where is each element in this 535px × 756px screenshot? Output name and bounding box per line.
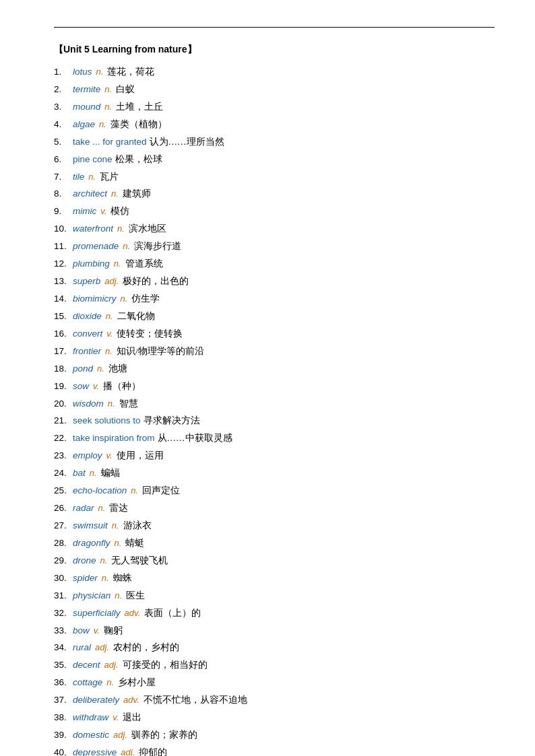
item-number: 9. [54, 205, 73, 219]
item-word: dioxide [73, 310, 102, 324]
item-meaning: 瓦片 [100, 170, 119, 184]
item-meaning: 抑郁的 [139, 746, 167, 756]
item-meaning: 仿生学 [131, 292, 160, 306]
item-pos: v. [106, 327, 113, 341]
list-item: 29.dronen.无人驾驶飞机 [54, 554, 495, 568]
list-item: 14.biomimicryn.仿生学 [54, 292, 495, 306]
list-item: 8.architectn.建筑师 [54, 187, 495, 201]
item-pos: n. [123, 240, 130, 253]
item-number: 2. [54, 83, 73, 97]
item-word: frontier [73, 345, 101, 359]
list-item: 26.radarn.雷达 [54, 502, 495, 516]
item-word: cottage [73, 676, 102, 690]
list-item: 4.algaen.藻类（植物） [54, 118, 495, 132]
item-meaning: 滨海步行道 [134, 240, 181, 254]
list-item: 12.plumbingn.管道系统 [54, 257, 495, 271]
item-pos: n. [98, 502, 106, 515]
item-pos: v. [94, 624, 100, 638]
item-word: rural [73, 641, 91, 655]
item-number: 10. [54, 222, 73, 236]
item-number: 6. [54, 153, 73, 167]
item-pos: n. [114, 257, 121, 271]
item-meaning: 白蚁 [116, 83, 135, 97]
item-pos: n. [90, 467, 97, 480]
item-word: lotus [73, 65, 92, 79]
item-word: radar [73, 502, 94, 516]
item-number: 30. [54, 572, 73, 586]
item-pos: n. [106, 310, 113, 323]
list-item: 32.superficiallyadv.表面（上）的 [54, 607, 495, 621]
item-phrase: take ... for granted [73, 135, 147, 149]
item-meaning: 知识/物理学等的前沿 [117, 345, 204, 359]
item-meaning: 藻类（植物） [111, 118, 167, 132]
item-pos: n. [100, 554, 108, 568]
item-word: spider [73, 572, 98, 586]
item-pos: v. [113, 711, 119, 724]
item-word: superb [73, 275, 100, 289]
item-number: 33. [54, 624, 73, 638]
item-meaning: 雷达 [109, 502, 128, 516]
item-number: 12. [54, 257, 73, 271]
item-word: bow [73, 624, 90, 638]
item-meaning: 认为……理所当然 [150, 135, 224, 149]
item-number: 28. [54, 537, 73, 551]
item-word: convert [73, 327, 102, 341]
list-item: 33.bowv.鞠躬 [54, 624, 495, 638]
item-number: 4. [54, 118, 73, 132]
item-pos: adj. [95, 641, 109, 654]
item-pos: n. [88, 170, 96, 184]
list-item: 25.echo-locationn.回声定位 [54, 484, 495, 498]
item-pos: n. [104, 83, 112, 96]
item-number: 15. [54, 310, 73, 324]
item-pos: v. [93, 380, 99, 393]
item-number: 39. [54, 728, 73, 743]
item-word: plumbing [73, 257, 110, 271]
item-pos: adj. [121, 746, 135, 756]
item-pos: n. [108, 397, 115, 411]
item-meaning: 蝙蝠 [101, 467, 120, 481]
item-pos: n. [102, 572, 109, 585]
item-word: mound [73, 100, 100, 114]
item-meaning: 管道系统 [125, 257, 163, 271]
item-pos: n. [106, 676, 114, 689]
item-meaning: 农村的，乡村的 [113, 641, 179, 655]
item-number: 34. [54, 641, 73, 655]
item-word: wisdom [73, 397, 104, 411]
item-word: algae [73, 118, 95, 132]
item-number: 32. [54, 607, 73, 621]
item-meaning: 表面（上）的 [144, 607, 201, 621]
item-word: physician [73, 589, 111, 603]
list-item: 27.swimsuitn.游泳衣 [54, 519, 495, 533]
list-item: 35.decentadj.可接受的，相当好的 [54, 658, 495, 673]
item-meaning: 游泳衣 [123, 519, 152, 533]
item-meaning: 土堆，土丘 [116, 100, 163, 114]
item-number: 29. [54, 554, 73, 568]
item-number: 17. [54, 345, 73, 359]
item-meaning: 智慧 [119, 397, 138, 411]
list-item: 9.mimicv.模仿 [54, 205, 495, 219]
item-meaning: 极好的，出色的 [123, 275, 189, 289]
item-pos: n. [115, 589, 122, 603]
item-meaning: 莲花，荷花 [107, 65, 154, 79]
item-pos: n. [105, 345, 113, 358]
list-item: 40.depressiveadj.抑郁的 [54, 746, 495, 756]
item-pos: n. [97, 362, 104, 376]
vocabulary-list: 1.lotusn.莲花，荷花2.termiten.白蚁3.moundn.土堆，土… [54, 65, 495, 756]
item-number: 14. [54, 292, 73, 306]
item-number: 18. [54, 362, 73, 376]
item-pos: adj. [104, 658, 119, 672]
item-word: decent [73, 658, 100, 673]
item-meaning: 无人驾驶飞机 [111, 554, 168, 568]
item-number: 22. [54, 432, 73, 446]
item-phrase: take inspiration from [73, 432, 155, 446]
item-number: 21. [54, 414, 73, 428]
item-number: 16. [54, 327, 73, 341]
list-item: 16.convertv.使转变；使转换 [54, 327, 495, 341]
list-item: 23.employv.使用，运用 [54, 449, 495, 463]
item-meaning: 寻求解决方法 [144, 414, 200, 428]
item-number: 36. [54, 676, 73, 690]
item-meaning: 乡村小屋 [118, 676, 156, 690]
item-meaning: 医生 [126, 589, 145, 603]
item-word: biomimicry [73, 292, 117, 306]
item-number: 8. [54, 187, 73, 201]
